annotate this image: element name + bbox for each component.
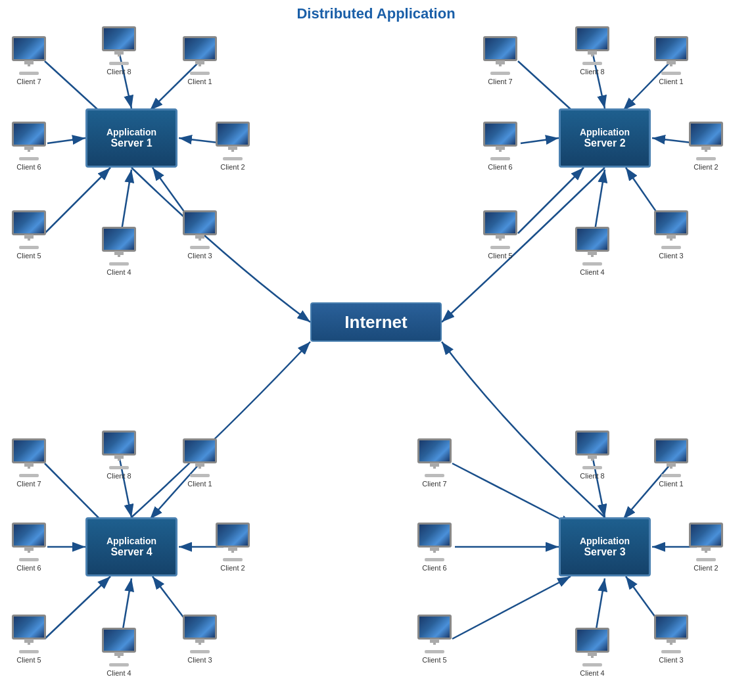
svg-line-16 <box>518 168 584 233</box>
s3-client7-label: Client 7 <box>422 480 446 488</box>
s1-client4-screen <box>102 227 136 252</box>
s3-client6-base <box>425 558 444 561</box>
s4-client8-base <box>109 466 129 469</box>
s4-client7: Client 7 <box>12 438 46 488</box>
internet-label: Internet <box>344 312 407 333</box>
svg-line-17 <box>521 138 559 143</box>
s1-client3-label: Client 3 <box>187 252 212 260</box>
s1-client8-screen <box>102 26 136 51</box>
server-4-app-label: Application <box>106 536 156 546</box>
s3-client4-base <box>582 663 602 666</box>
s3-client5-label: Client 5 <box>422 656 446 664</box>
s1-client3-screen <box>183 210 217 235</box>
s2-client2: Client 2 <box>689 122 723 171</box>
s1-client4-base <box>109 262 129 266</box>
s4-client8: Client 8 <box>102 431 136 480</box>
s1-client7-screen <box>12 36 46 61</box>
s3-client4: Client 4 <box>575 628 609 677</box>
s4-client1-label: Client 1 <box>187 480 212 488</box>
s3-client8: Client 8 <box>575 431 609 480</box>
s4-client1: Client 1 <box>183 438 217 488</box>
s3-client7-screen <box>417 438 452 463</box>
s2-client6-base <box>490 157 510 160</box>
s3-client4-label: Client 4 <box>580 669 604 677</box>
s3-client6-label: Client 6 <box>422 564 446 572</box>
s4-client3-screen <box>183 615 217 640</box>
s3-client7-base <box>425 474 444 477</box>
s3-client2-label: Client 2 <box>693 564 718 572</box>
s4-client2: Client 2 <box>216 523 250 572</box>
server-3-num-label: Server 3 <box>584 546 625 558</box>
s2-client4-base <box>582 262 602 266</box>
s3-client8-label: Client 8 <box>580 472 604 480</box>
s2-client2-label: Client 2 <box>693 163 718 171</box>
s2-client4-label: Client 4 <box>580 268 604 276</box>
s2-client5: Client 5 <box>483 210 517 260</box>
s1-client7: Client 7 <box>12 36 46 85</box>
s4-client7-label: Client 7 <box>16 480 41 488</box>
s1-client8-label: Client 8 <box>106 68 131 76</box>
s3-client3-label: Client 3 <box>659 656 683 664</box>
svg-line-18 <box>452 463 573 526</box>
s4-client3-label: Client 3 <box>187 656 212 664</box>
s3-client1: Client 1 <box>654 438 688 488</box>
s4-client1-base <box>190 474 210 477</box>
s2-client6-screen <box>483 122 517 147</box>
s1-client6-base <box>19 157 39 160</box>
s3-client1-screen <box>654 438 688 463</box>
s1-client8: Client 8 <box>102 26 136 76</box>
s4-client4-screen <box>102 628 136 653</box>
svg-line-8 <box>45 168 110 233</box>
s1-client1: Client 1 <box>183 36 217 85</box>
s1-client1-label: Client 1 <box>187 78 212 85</box>
s1-client5-base <box>19 246 39 249</box>
s2-client1: Client 1 <box>654 36 688 85</box>
s2-client7-screen <box>483 36 517 61</box>
server-2-num-label: Server 2 <box>584 137 625 149</box>
s4-client6-label: Client 6 <box>16 564 41 572</box>
s4-client4: Client 4 <box>102 628 136 677</box>
s3-client5-base <box>425 650 444 653</box>
s4-client3: Client 3 <box>183 615 217 664</box>
s4-client6-screen <box>12 523 46 548</box>
s2-client4-screen <box>575 227 609 252</box>
s2-client8-label: Client 8 <box>580 68 604 76</box>
server-4-num-label: Server 4 <box>110 546 152 558</box>
s2-client7-label: Client 7 <box>488 78 512 85</box>
s3-client3: Client 3 <box>654 615 688 664</box>
s1-client6-screen <box>12 122 46 147</box>
s1-client4-label: Client 4 <box>106 268 131 276</box>
s1-client6: Client 6 <box>12 122 46 171</box>
s2-client5-screen <box>483 210 517 235</box>
s2-client1-screen <box>654 36 688 61</box>
s2-client5-base <box>490 246 510 249</box>
s4-client5: Client 5 <box>12 615 46 664</box>
s4-client5-label: Client 5 <box>16 656 41 664</box>
server-4-box: Application Server 4 <box>85 517 177 576</box>
s4-client8-label: Client 8 <box>106 472 131 480</box>
s4-client3-base <box>190 650 210 653</box>
s4-client4-base <box>109 663 129 666</box>
s2-client3: Client 3 <box>654 210 688 260</box>
s4-client6-base <box>19 558 39 561</box>
s1-client5-label: Client 5 <box>16 252 41 260</box>
internet-node: Internet <box>310 302 442 342</box>
s1-client2-screen <box>216 122 250 147</box>
s1-client8-base <box>109 62 129 65</box>
s1-client7-base <box>19 72 39 75</box>
s3-client3-base <box>661 650 681 653</box>
s4-client8-screen <box>102 431 136 455</box>
server-1-num-label: Server 1 <box>110 137 152 149</box>
s1-client1-base <box>190 72 210 75</box>
s4-client1-screen <box>183 438 217 463</box>
svg-line-9 <box>47 138 85 143</box>
server-1-box: Application Server 1 <box>85 108 177 168</box>
s2-client4: Client 4 <box>575 227 609 276</box>
s2-client6: Client 6 <box>483 122 517 171</box>
s1-client2-label: Client 2 <box>220 163 245 171</box>
s3-client2: Client 2 <box>689 523 723 572</box>
s2-client6-label: Client 6 <box>488 163 512 171</box>
s1-client4: Client 4 <box>102 227 136 276</box>
s1-client7-label: Client 7 <box>16 78 41 85</box>
s3-client2-screen <box>689 523 723 548</box>
